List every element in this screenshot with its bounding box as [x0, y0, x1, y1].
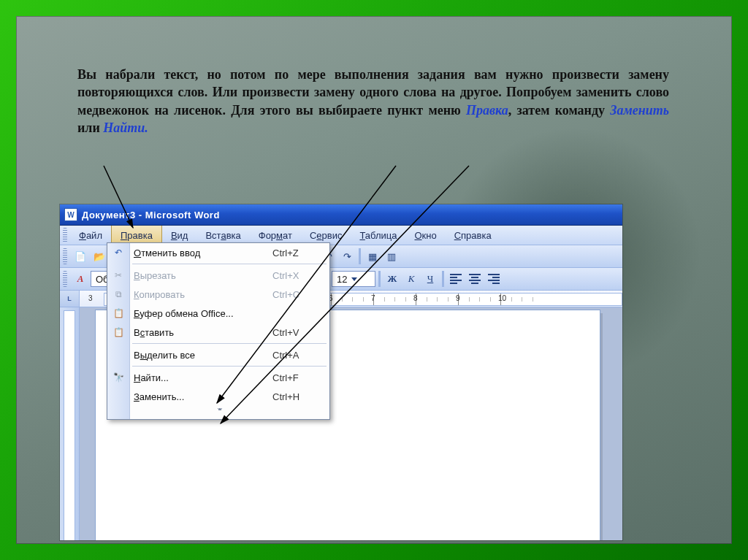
vertical-ruler[interactable]	[60, 307, 80, 540]
menu-find[interactable]: 🔭 Найти... Ctrl+F	[107, 368, 329, 387]
menu-separator	[132, 343, 327, 344]
toolbar-sep	[442, 271, 444, 287]
toolbar2-grip[interactable]	[63, 271, 67, 287]
shortcut: Ctrl+X	[272, 270, 329, 281]
window-title: Документ3 - Microsoft Word	[82, 210, 220, 220]
insert-table-icon[interactable]: ▦	[364, 248, 381, 265]
svg-rect-8	[488, 274, 500, 275]
columns-icon[interactable]: ▥	[383, 248, 400, 265]
ruler-number: 10	[498, 294, 506, 302]
shortcut: Ctrl+V	[272, 327, 329, 338]
instr-part1: Вы набрали текст, но потом по мере выпол…	[77, 67, 669, 99]
ruler-number: 7	[371, 294, 375, 302]
instr-word2: лисенок.	[174, 103, 226, 118]
svg-rect-0	[450, 274, 462, 275]
font-size-value: 12	[337, 274, 347, 285]
underline-button[interactable]: Ч	[421, 270, 439, 288]
align-right-icon[interactable]	[485, 270, 503, 288]
copy-icon: ⧉	[111, 287, 126, 302]
italic-button[interactable]: К	[402, 270, 420, 288]
paste-icon: 📋	[111, 325, 126, 340]
cut-icon: ✂	[111, 268, 126, 283]
instr-part2: на	[149, 103, 174, 118]
instr-part4: , затем команду	[508, 103, 611, 118]
instr-part3: Для этого вы выбираете пункт меню	[226, 103, 466, 118]
ruler-number: 8	[413, 294, 418, 302]
menu-expand-chevron-icon[interactable]: ˅˅	[107, 406, 329, 419]
menu-cut: ✂ Вырезать Ctrl+X	[107, 266, 329, 285]
menu-paste[interactable]: 📋 Вставить Ctrl+V	[107, 323, 329, 342]
shortcut: Ctrl+Z	[272, 248, 329, 258]
edit-menu-dropdown: ↶ Отменить ввод Ctrl+Z ✂ Вырезать Ctrl+X…	[107, 242, 330, 420]
menu-table[interactable]: Таблица	[351, 226, 405, 245]
svg-rect-10	[488, 280, 500, 281]
menu-separator	[132, 264, 327, 264]
toolbar-sep	[359, 248, 361, 264]
svg-rect-5	[471, 277, 478, 278]
instr-word1: медвежонок	[77, 103, 149, 118]
svg-rect-1	[450, 277, 457, 278]
instr-accent1: Правка	[466, 103, 508, 118]
ruler-number: 9	[456, 294, 460, 302]
word-app-icon: W	[64, 208, 77, 221]
instr-accent3: Найти.	[103, 120, 148, 135]
slide-frame: Вы набрали текст, но потом по мере выпол…	[0, 0, 748, 560]
align-left-icon[interactable]	[447, 270, 465, 288]
menu-select-all[interactable]: Выделить все Ctrl+A	[107, 345, 329, 364]
svg-rect-4	[469, 274, 481, 275]
menubar-grip[interactable]	[63, 228, 67, 242]
bold-button[interactable]: Ж	[383, 270, 401, 288]
undo-icon: ↶	[111, 245, 126, 260]
menu-replace[interactable]: Заменить... Ctrl+H	[107, 387, 329, 406]
menu-undo[interactable]: ↶ Отменить ввод Ctrl+Z	[107, 243, 329, 262]
menu-window[interactable]: Окно	[405, 226, 445, 245]
align-center-icon[interactable]	[466, 270, 484, 288]
toolbar-sep	[378, 271, 381, 287]
titlebar[interactable]: W Документ3 - Microsoft Word	[60, 204, 622, 226]
menu-copy: ⧉ Копировать Ctrl+C	[107, 285, 329, 304]
svg-rect-2	[450, 280, 462, 281]
instr-part5: или	[77, 120, 103, 135]
menu-file[interactable]: Файл	[70, 226, 111, 245]
ruler-lead-num: 3	[88, 294, 93, 302]
shortcut: Ctrl+C	[272, 289, 329, 300]
font-size-selector[interactable]: 12	[332, 271, 375, 287]
shortcut: Ctrl+H	[272, 391, 329, 402]
svg-rect-9	[492, 277, 500, 278]
shortcut: Ctrl+A	[272, 350, 329, 361]
svg-rect-7	[471, 283, 478, 284]
menu-help[interactable]: Справка	[446, 226, 500, 245]
shortcut: Ctrl+F	[272, 372, 329, 383]
slide-content: Вы набрали текст, но потом по мере выпол…	[16, 16, 732, 544]
binoculars-icon: 🔭	[111, 370, 126, 385]
svg-rect-3	[450, 283, 457, 284]
svg-rect-11	[492, 283, 500, 284]
instruction-text: Вы набрали текст, но потом по мере выпол…	[77, 66, 669, 137]
instr-accent2: Заменить	[610, 103, 669, 118]
clipboard-icon: 📋	[111, 306, 126, 321]
styles-a-icon[interactable]: A	[72, 270, 89, 288]
toolbar1-grip[interactable]	[63, 248, 67, 264]
svg-rect-6	[469, 280, 481, 281]
redo-icon[interactable]: ↷	[338, 248, 356, 265]
ruler-corner[interactable]: L	[60, 291, 80, 307]
menu-office-clipboard[interactable]: 📋 Буфер обмена Office...	[107, 304, 329, 323]
chevron-down-icon	[351, 277, 357, 281]
open-icon[interactable]: 📂	[91, 248, 108, 265]
menu-separator	[132, 366, 327, 367]
new-doc-icon[interactable]: 📄	[72, 248, 89, 265]
